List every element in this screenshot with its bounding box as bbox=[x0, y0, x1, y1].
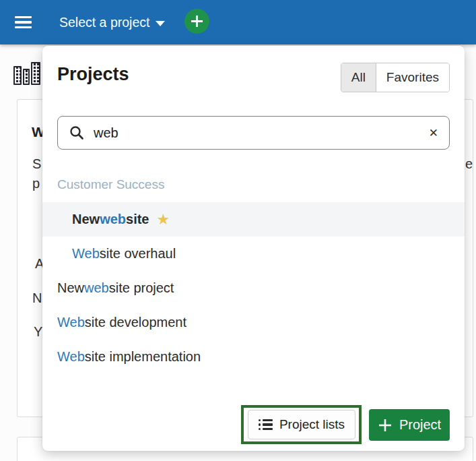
projects-dropdown-panel: Projects All Favorites ✕ Customer Succes… bbox=[42, 46, 465, 451]
background-text-fragment: e bbox=[465, 156, 473, 172]
panel-title: Projects bbox=[57, 64, 129, 85]
project-list-item[interactable]: New website ★ bbox=[42, 202, 465, 237]
project-list-item[interactable]: Website overhaul bbox=[42, 237, 465, 271]
project-name-match: web bbox=[100, 212, 126, 227]
search-icon bbox=[69, 125, 85, 141]
filter-all-button[interactable]: All bbox=[341, 63, 376, 92]
project-name-match: Web bbox=[57, 349, 85, 365]
project-list-item[interactable]: Website development bbox=[42, 305, 465, 340]
project-selector[interactable]: Select a project bbox=[59, 0, 165, 44]
project-results-list: New website ★ Website overhaul New websi… bbox=[42, 202, 465, 374]
clear-search-icon[interactable]: ✕ bbox=[429, 127, 438, 139]
search-input[interactable] bbox=[94, 125, 429, 141]
project-name-match: web bbox=[84, 280, 109, 296]
top-navigation-bar: Select a project bbox=[0, 0, 476, 44]
chevron-down-icon bbox=[156, 21, 165, 26]
project-search-box: ✕ bbox=[57, 116, 450, 150]
project-lists-button[interactable]: Project lists bbox=[248, 410, 355, 439]
project-name-post: site implementation bbox=[85, 349, 201, 365]
new-project-button[interactable]: Project bbox=[369, 409, 450, 441]
project-name-match: Web bbox=[72, 246, 100, 262]
project-name-pre: New bbox=[72, 212, 100, 227]
plus-icon bbox=[378, 418, 393, 433]
project-name-post: site overhaul bbox=[100, 246, 176, 262]
project-group-label: Customer Success bbox=[57, 177, 164, 192]
project-name-post: site project bbox=[109, 280, 174, 296]
list-icon bbox=[259, 419, 273, 431]
project-name-post: site development bbox=[85, 315, 186, 330]
organization-buildings-icon bbox=[13, 62, 42, 85]
project-lists-label: Project lists bbox=[279, 417, 345, 432]
project-name-match: Web bbox=[57, 315, 85, 330]
new-project-label: Project bbox=[399, 417, 441, 433]
plus-icon bbox=[190, 14, 204, 28]
background-text-fragment: Y bbox=[34, 324, 42, 340]
background-text-fragment: N bbox=[32, 290, 42, 306]
add-button[interactable] bbox=[184, 9, 209, 34]
project-list-item[interactable]: New website project bbox=[42, 271, 465, 305]
background-text-fragment: S bbox=[32, 156, 41, 172]
favorite-star-icon: ★ bbox=[157, 212, 170, 227]
project-name-post: site bbox=[126, 212, 149, 227]
filter-favorites-button[interactable]: Favorites bbox=[376, 63, 449, 92]
project-selector-label: Select a project bbox=[59, 15, 149, 30]
project-name-pre: New bbox=[57, 280, 84, 296]
background-text-fragment: p bbox=[32, 176, 40, 191]
filter-segmented-control: All Favorites bbox=[341, 63, 450, 92]
hamburger-menu-icon[interactable] bbox=[15, 16, 32, 28]
project-list-item[interactable]: Website implementation bbox=[42, 340, 465, 374]
